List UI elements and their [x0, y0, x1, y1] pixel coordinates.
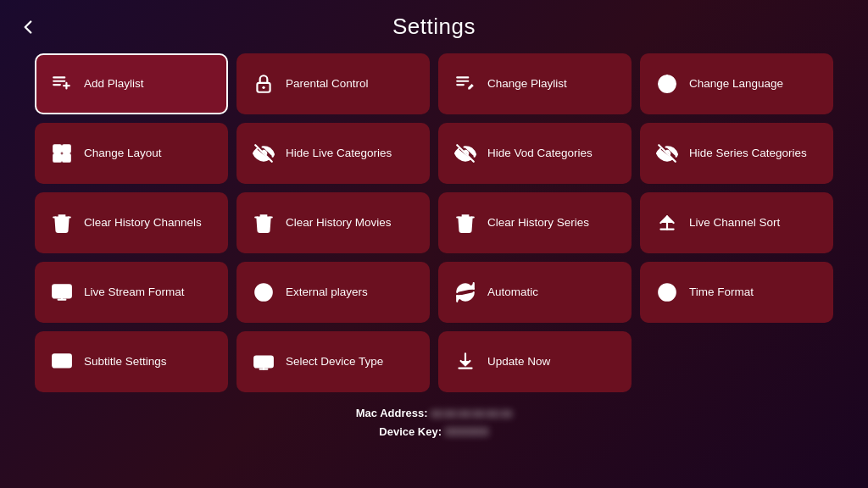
svg-rect-21 — [53, 354, 71, 367]
back-button[interactable] — [17, 16, 39, 38]
device-icon — [252, 351, 275, 373]
tv-icon — [50, 281, 74, 303]
mac-address-value: xx:xx:xx:xx:xx:xx — [431, 404, 512, 423]
layout-icon — [50, 142, 74, 164]
svg-rect-12 — [63, 145, 70, 152]
svg-rect-8 — [456, 80, 469, 82]
hide-series-icon — [655, 142, 679, 164]
settings-grid: Add Playlist Parental Control Change Pla… — [18, 47, 850, 399]
tile-automatic[interactable]: Automatic — [438, 262, 632, 323]
svg-rect-13 — [53, 154, 61, 162]
tile-clear-history-movies[interactable]: Clear History Movies — [236, 192, 430, 253]
tile-live-channel-sort[interactable]: Live Channel Sort — [640, 192, 833, 253]
tile-time-format[interactable]: Time Format — [640, 262, 833, 323]
tile-select-device-type[interactable]: Select Device Type — [236, 331, 430, 392]
tile-update-now[interactable]: Update Now — [438, 331, 632, 392]
tile-select-device-type-label: Select Device Type — [286, 354, 383, 369]
tile-change-playlist-label: Change Playlist — [487, 76, 567, 92]
header: Settings — [0, 0, 868, 47]
tile-parental-control[interactable]: Parental Control — [236, 53, 430, 114]
tile-update-now-label: Update Now — [487, 354, 550, 369]
tile-hide-live-categories[interactable]: Hide Live Categories — [236, 123, 430, 184]
tile-clear-history-movies-label: Clear History Movies — [286, 215, 392, 230]
svg-rect-7 — [456, 76, 469, 78]
tile-time-format-label: Time Format — [689, 285, 754, 300]
tile-hide-series-categories[interactable]: Hide Series Categories — [640, 123, 833, 184]
tile-hide-vod-categories[interactable]: Hide Vod Categories — [438, 123, 632, 184]
trash-channels-icon — [50, 212, 74, 234]
sort-icon — [655, 212, 679, 234]
tile-add-playlist-label: Add Playlist — [84, 76, 144, 92]
tile-external-players[interactable]: External players — [236, 262, 430, 323]
tile-change-layout-label: Change Layout — [84, 146, 162, 161]
tile-hide-live-categories-label: Hide Live Categories — [286, 146, 392, 161]
refresh-icon — [453, 281, 477, 303]
play-circle-icon — [252, 281, 275, 303]
mac-address-label: Mac Address: — [356, 407, 428, 419]
svg-rect-11 — [53, 145, 61, 152]
tile-change-playlist[interactable]: Change Playlist — [438, 53, 632, 114]
hide-live-icon — [252, 142, 275, 164]
tile-change-layout[interactable]: Change Layout — [35, 123, 228, 184]
tile-live-stream-format[interactable]: Live Stream Format — [35, 262, 228, 323]
tile-parental-control-label: Parental Control — [286, 76, 369, 92]
tile-live-stream-format-label: Live Stream Format — [84, 285, 185, 300]
tile-automatic-label: Automatic — [487, 285, 538, 300]
tile-hide-vod-categories-label: Hide Vod Categories — [487, 146, 593, 161]
svg-rect-4 — [63, 85, 70, 86]
lock-icon — [252, 73, 275, 95]
tile-change-language-label: Change Language — [689, 76, 783, 92]
svg-point-6 — [262, 86, 264, 89]
footer: Mac Address: xx:xx:xx:xx:xx:xx Device Ke… — [356, 404, 512, 441]
tile-subtitle-settings-label: Subtitle Settings — [84, 354, 167, 369]
language-icon — [655, 73, 679, 95]
tile-clear-history-channels[interactable]: Clear History Channels — [35, 192, 228, 253]
trash-series-icon — [453, 212, 477, 234]
hide-vod-icon — [453, 142, 477, 164]
device-key-label: Device Key: — [379, 425, 442, 438]
svg-rect-1 — [53, 80, 65, 82]
device-key-value: XXXXXX — [445, 423, 489, 441]
tile-hide-series-categories-label: Hide Series Categories — [689, 146, 807, 161]
clock-icon — [655, 281, 679, 303]
playlist-add-icon — [50, 73, 74, 95]
tile-clear-history-channels-label: Clear History Channels — [84, 215, 202, 230]
svg-rect-0 — [53, 76, 65, 78]
svg-rect-2 — [53, 84, 61, 86]
svg-rect-14 — [63, 154, 70, 162]
playlist-edit-icon — [453, 73, 477, 95]
tile-change-language[interactable]: Change Language — [640, 53, 833, 114]
tile-external-players-label: External players — [286, 285, 368, 300]
download-icon — [453, 351, 477, 373]
tile-add-playlist[interactable]: Add Playlist — [35, 53, 228, 114]
subtitles-icon — [50, 351, 74, 373]
tile-live-channel-sort-label: Live Channel Sort — [689, 215, 780, 230]
tile-subtitle-settings[interactable]: Subtitle Settings — [35, 331, 228, 392]
page-title: Settings — [392, 14, 476, 40]
tile-clear-history-series[interactable]: Clear History Series — [438, 192, 632, 253]
tile-clear-history-series-label: Clear History Series — [487, 215, 589, 230]
trash-movies-icon — [252, 212, 275, 234]
svg-rect-9 — [456, 84, 465, 86]
